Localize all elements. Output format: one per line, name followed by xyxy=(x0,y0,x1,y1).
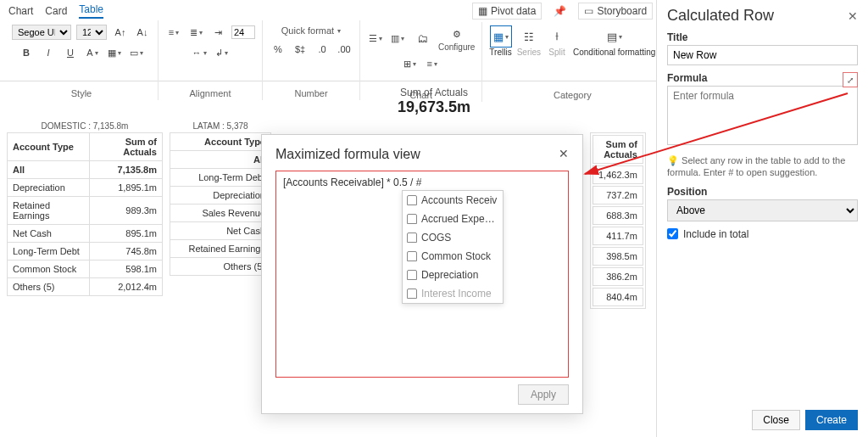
trellis-icon[interactable]: ▦ xyxy=(490,25,512,48)
suggestion-item[interactable]: Depreciation xyxy=(403,266,503,284)
segment-category: ▦ Trellis ☷ Series ⫲ Split ▤ xyxy=(482,22,663,102)
quick-format-button[interactable]: Quick format xyxy=(277,24,345,37)
suggestion-item[interactable]: Accounts Receiv xyxy=(403,191,503,210)
col-account[interactable]: Account Type xyxy=(170,133,271,151)
fill-color-icon[interactable]: ▦ xyxy=(106,44,123,61)
segment-style-label: Style xyxy=(71,88,92,98)
formula-input[interactable] xyxy=(667,86,858,145)
col-sum[interactable]: Sum of Actuals xyxy=(90,133,163,161)
trellis-card-latam: LATAM : 5,378 Account Type All Long-Term… xyxy=(170,120,271,309)
table-row: All xyxy=(170,151,271,169)
increase-decimal-icon[interactable]: .00 xyxy=(336,41,353,58)
modal-title: Maximized formula view xyxy=(275,147,420,162)
table-right-values[interactable]: Sum of Actuals 1,462.3m 737.2m 688.3m 41… xyxy=(590,132,646,309)
col-sum[interactable]: Sum of Actuals xyxy=(593,135,643,164)
split-label: Split xyxy=(548,48,565,57)
table-row: Retained Earnings xyxy=(170,240,271,258)
segment-category-label: Category xyxy=(554,90,592,100)
formula-suggestion-list[interactable]: Accounts Receiv Accrued Expens. COGS Com… xyxy=(402,190,504,304)
underline-icon[interactable]: U xyxy=(62,44,79,61)
table-row: Others (5)2,012.4m xyxy=(8,278,163,296)
pin-button[interactable]: 📌 xyxy=(548,3,571,19)
suggestion-item[interactable]: COGS xyxy=(403,228,503,247)
title-input[interactable] xyxy=(667,45,858,65)
split-icon[interactable]: ⫲ xyxy=(546,25,568,48)
suggestion-item[interactable]: Accrued Expens. xyxy=(403,210,503,228)
col-account[interactable]: Account Type xyxy=(8,133,90,161)
table-row: 1,462.3m xyxy=(593,165,643,184)
chart-type2-icon[interactable]: ▥ xyxy=(389,31,406,48)
align-vert-icon[interactable]: ≣ xyxy=(187,24,204,41)
close-button[interactable]: Close xyxy=(752,410,800,430)
table-row: 386.2m xyxy=(593,267,643,286)
align-horiz-icon[interactable]: ≡ xyxy=(165,24,182,41)
trellis-card-domestic: DOMESTIC : 7,135.8m Account TypeSum of A… xyxy=(7,120,163,309)
include-in-total-checkbox[interactable] xyxy=(667,228,678,239)
tab-card[interactable]: Card xyxy=(45,5,67,19)
tab-table[interactable]: Table xyxy=(79,3,103,19)
storyboard-button[interactable]: ▭ Storyboard xyxy=(578,3,653,20)
percent-icon[interactable]: % xyxy=(270,41,287,58)
table-row: Long-Term Debt xyxy=(170,169,271,187)
pivot-data-button[interactable]: ▦ Pivot data xyxy=(472,3,542,20)
card-header: LATAM : 5,378 xyxy=(170,120,271,132)
chart-type1-icon[interactable]: ☰ xyxy=(367,31,384,48)
formula-label: Formula xyxy=(667,72,707,84)
font-color-icon[interactable]: A xyxy=(84,44,101,61)
table-domestic[interactable]: Account TypeSum of Actuals All7,135.8m D… xyxy=(7,132,163,296)
table-row: 688.3m xyxy=(593,206,643,225)
chart-sub2-icon[interactable]: ≡ xyxy=(424,55,441,72)
close-icon[interactable]: ✕ xyxy=(848,9,858,23)
segment-number: Quick format % $‡ .0 .00 Number xyxy=(263,20,360,100)
font-select[interactable]: Segoe UI xyxy=(12,25,71,40)
table-row: 737.2m xyxy=(593,186,643,204)
chart-sub1-icon[interactable]: ⊞ xyxy=(402,55,419,72)
indent-icon[interactable]: ⇥ xyxy=(209,24,226,41)
autofit-icon[interactable]: ↔ xyxy=(191,44,208,61)
table-row: Depreciation1,895.1m xyxy=(8,179,163,197)
currency-icon[interactable]: $‡ xyxy=(292,41,309,58)
conditional-formatting-icon[interactable]: ▤ xyxy=(604,26,626,48)
series-icon[interactable]: ☷ xyxy=(518,25,540,48)
table-row: Common Stock598.1m xyxy=(8,261,163,278)
formula-text: [Accounts Receivable] * 0.5 / # xyxy=(283,176,421,188)
position-select[interactable]: Above xyxy=(667,199,858,221)
bold-icon[interactable]: B xyxy=(18,44,35,61)
create-button[interactable]: Create xyxy=(805,410,858,430)
chart-hierarchy-icon[interactable]: 🗂 xyxy=(411,28,433,50)
indent-value-input[interactable] xyxy=(231,25,255,39)
font-size-select[interactable]: 12 xyxy=(76,25,107,40)
panel-heading: Calculated Row xyxy=(667,7,774,25)
position-label: Position xyxy=(667,186,858,198)
table-row: Retained Earnings989.3m xyxy=(8,197,163,225)
tab-chart[interactable]: Chart xyxy=(8,5,33,19)
apply-button[interactable]: Apply xyxy=(518,384,569,405)
table-row: Net Cash xyxy=(170,222,271,240)
formula-textarea[interactable]: [Accounts Receivable] * 0.5 / # Accounts… xyxy=(275,171,569,378)
card-header xyxy=(590,120,646,132)
italic-icon[interactable]: I xyxy=(40,44,57,61)
card-header: DOMESTIC : 7,135.8m xyxy=(7,120,163,132)
configure-icon[interactable]: ⚙ xyxy=(448,25,465,42)
close-icon[interactable]: ✕ xyxy=(559,147,569,162)
decrease-decimal-icon[interactable]: .0 xyxy=(314,41,331,58)
maximize-formula-icon[interactable]: ⤢ xyxy=(843,72,858,87)
include-in-total-label: Include in total xyxy=(683,228,748,240)
table-latam[interactable]: Account Type All Long-Term Debt Deprecia… xyxy=(170,132,271,276)
decrease-font-icon[interactable]: A↓ xyxy=(134,24,151,41)
formula-hint: 💡 Select any row in the table to add to … xyxy=(667,154,858,179)
wrap-icon[interactable]: ↲ xyxy=(213,44,230,61)
segment-style: Segoe UI 12 A↑ A↓ B I U A ▦ ▭ Style xyxy=(5,20,159,100)
segment-number-label: Number xyxy=(294,88,327,98)
increase-font-icon[interactable]: A↑ xyxy=(112,24,129,41)
suggestion-item[interactable]: Interest Income xyxy=(403,284,503,303)
maximized-formula-modal: Maximized formula view ✕ [Accounts Recei… xyxy=(261,134,583,414)
border-icon[interactable]: ▭ xyxy=(128,44,145,61)
calculated-row-panel: Calculated Row ✕ Title Formula ⤢ 💡 Selec… xyxy=(656,0,868,437)
table-row: 398.5m xyxy=(593,247,643,266)
trellis-label: Trellis xyxy=(489,48,511,57)
suggestion-item[interactable]: Common Stock xyxy=(403,247,503,266)
trellis-card-right-fragment: Sum of Actuals 1,462.3m 737.2m 688.3m 41… xyxy=(590,120,646,309)
table-row: Sales Revenue xyxy=(170,204,271,222)
table-row: 411.7m xyxy=(593,227,643,245)
